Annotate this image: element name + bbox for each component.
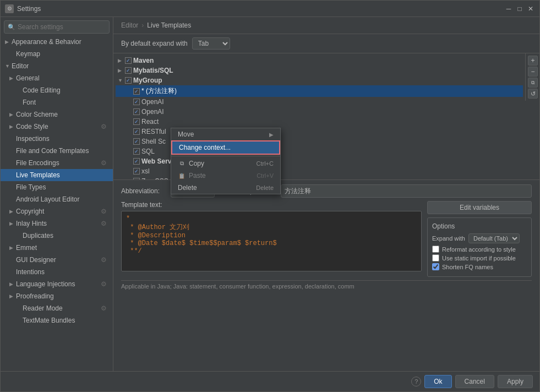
openai2-checkbox[interactable]: ✓ <box>133 108 140 115</box>
sidebar-item-duplicates[interactable]: Duplicates <box>1 230 113 242</box>
sidebar-item-label: TextMate Bundles <box>23 317 75 324</box>
sidebar-item-appearance[interactable]: ▶ Appearance & Behavior <box>1 36 113 48</box>
sidebar-item-general[interactable]: ▶ General <box>1 72 113 84</box>
mybatis-checkbox[interactable]: ✓ <box>125 67 132 74</box>
sidebar-item-inlay-hints[interactable]: ▶ Inlay Hints ⚙ <box>1 217 113 230</box>
ctx-item-change-context[interactable]: Change context... <box>171 140 280 155</box>
sidebar-item-editor[interactable]: ▼ Editor <box>1 60 113 72</box>
expand-arrow: ▶ <box>9 124 16 129</box>
remove-button[interactable]: − <box>528 67 538 77</box>
ctx-item-delete[interactable]: Delete Delete <box>171 182 280 194</box>
react-checkbox[interactable]: ✓ <box>133 118 140 125</box>
ok-button[interactable]: Ok <box>424 375 451 388</box>
apply-button[interactable]: Apply <box>498 375 533 388</box>
ctx-item-move[interactable]: Move ▶ <box>171 128 280 140</box>
sidebar-item-copyright[interactable]: ▶ Copyright ⚙ <box>1 205 113 217</box>
applicable-row: Applicable in Java; Java: statement, con… <box>121 280 532 290</box>
sidebar-item-code-style[interactable]: ▶ Code Style ⚙ <box>1 121 113 133</box>
openai1-label: OpenAI <box>141 98 164 106</box>
sidebar-item-label: Code Editing <box>23 86 61 94</box>
template-right-col: Edit variables Options Expand with Defau… <box>427 201 532 277</box>
sidebar-item-android-layout[interactable]: Android Layout Editor <box>1 193 113 205</box>
description-input[interactable] <box>281 184 532 198</box>
shorten-fq-check-row: Shorten FQ names <box>432 263 527 270</box>
tree-group-mybatis[interactable]: ▶ ✓ Mybatis/SQL <box>116 66 523 75</box>
search-input[interactable] <box>18 23 106 31</box>
sidebar-item-label: Appearance & Behavior <box>12 38 81 46</box>
template-text-row: Template text: * * @Author 文刀刈 * @Descri… <box>121 201 532 277</box>
static-import-checkbox[interactable] <box>432 254 439 262</box>
tree-item-method-annotation[interactable]: ✓ * (方法注释) <box>116 85 523 97</box>
sidebar-item-font[interactable]: Font <box>1 96 113 108</box>
ctx-paste-shortcut: Ctrl+V <box>257 172 274 179</box>
restful-label: RESTful <box>141 128 166 135</box>
method-annotation-checkbox[interactable]: ✓ <box>133 88 140 95</box>
sidebar-item-gui-designer[interactable]: GUI Designer ⚙ <box>1 254 113 266</box>
sidebar-item-reader-mode[interactable]: Reader Mode ⚙ <box>1 302 113 314</box>
sidebar-item-emmet[interactable]: ▶ Emmet <box>1 242 113 254</box>
restful-checkbox[interactable]: ✓ <box>133 128 140 135</box>
tree-item-openai2[interactable]: ✓ OpenAI <box>116 107 523 117</box>
ctx-item-paste[interactable]: 📋 Paste Ctrl+V <box>171 170 280 182</box>
xsl-checkbox[interactable]: ✓ <box>133 168 140 175</box>
sidebar-item-label: Inlay Hints <box>16 220 47 227</box>
tree-group-mygroup[interactable]: ▼ ✓ MyGroup <box>116 75 523 85</box>
add-button[interactable]: + <box>528 56 538 66</box>
ctx-separator1 <box>171 156 280 156</box>
expand-with-select[interactable]: Default (Tab) Tab Space Enter <box>468 233 520 243</box>
search-box[interactable]: 🔍 <box>4 20 110 34</box>
reformat-checkbox[interactable] <box>432 246 439 253</box>
reset-button[interactable]: ↺ <box>528 89 538 99</box>
sidebar-item-file-types[interactable]: File Types <box>1 181 113 193</box>
webservices-checkbox[interactable]: ✓ <box>133 158 140 165</box>
sidebar-item-label: Color Scheme <box>16 111 58 118</box>
expand-with-label: Expand with <box>432 235 465 242</box>
sidebar-item-proofreading[interactable]: ▶ Proofreading <box>1 290 113 302</box>
minimize-button[interactable]: ─ <box>504 4 513 13</box>
settings-icon: ⚙ <box>101 280 108 288</box>
tree-item-openai1[interactable]: ✓ OpenAI <box>116 97 523 107</box>
paste-icon: 📋 <box>178 172 186 179</box>
expand-arrow: ▶ <box>9 281 16 287</box>
copy-icon: ⧉ <box>178 160 186 167</box>
copy-button[interactable]: ⧉ <box>528 78 538 88</box>
title-bar: ⚙ Settings ─ □ ✕ <box>1 1 539 17</box>
react-label: React <box>141 118 159 126</box>
sidebar-item-label: Android Layout Editor <box>16 195 79 203</box>
shorten-fq-label: Shorten FQ names <box>442 264 493 270</box>
zencss-checkbox[interactable]: ✓ <box>133 178 140 179</box>
sidebar-item-color-scheme[interactable]: ▶ Color Scheme <box>1 108 113 121</box>
ctx-delete-shortcut: Delete <box>256 184 274 191</box>
tree-group-maven[interactable]: ▶ ✓ Maven <box>116 56 523 66</box>
sidebar-item-textmate-bundles[interactable]: TextMate Bundles <box>1 314 113 326</box>
openai1-checkbox[interactable]: ✓ <box>133 99 140 105</box>
tree-item-react[interactable]: ✓ React <box>116 117 523 127</box>
app-icon: ⚙ <box>5 4 14 13</box>
xsl-label: xsl <box>141 167 150 175</box>
help-button[interactable]: ? <box>411 377 421 386</box>
sidebar-item-file-encodings[interactable]: File Encodings ⚙ <box>1 157 113 169</box>
sidebar-item-keymap[interactable]: Keymap <box>1 48 113 60</box>
maven-checkbox[interactable]: ✓ <box>125 57 132 64</box>
ctx-item-copy[interactable]: ⧉ Copy Ctrl+C <box>171 157 280 170</box>
sidebar-item-live-templates[interactable]: Live Templates <box>1 169 113 181</box>
sidebar-item-language-injections[interactable]: ▶ Language Injections ⚙ <box>1 278 113 290</box>
shorten-fq-checkbox[interactable] <box>432 263 439 270</box>
template-text-area[interactable]: * * @Author 文刀刈 * @Description * @Date $… <box>121 211 422 271</box>
expand-arrow: ▶ <box>9 112 16 117</box>
close-button[interactable]: ✕ <box>526 4 535 13</box>
edit-variables-button[interactable]: Edit variables <box>427 201 532 214</box>
expand-arrow: ▶ <box>9 245 16 251</box>
sidebar-item-code-editing[interactable]: Code Editing <box>1 84 113 96</box>
sidebar-item-inspections[interactable]: Inspections <box>1 133 113 145</box>
sidebar-item-intentions[interactable]: Intentions <box>1 266 113 278</box>
detail-panel: Abbreviation: Description: Template text… <box>113 180 539 371</box>
expand-select[interactable]: Tab Space Enter <box>192 37 230 50</box>
maximize-button[interactable]: □ <box>515 4 524 13</box>
shellsc-checkbox[interactable]: ✓ <box>133 138 140 145</box>
sql-checkbox[interactable]: ✓ <box>133 148 140 155</box>
window-controls: ─ □ ✕ <box>504 4 535 13</box>
mygroup-checkbox[interactable]: ✓ <box>125 77 132 84</box>
cancel-button[interactable]: Cancel <box>455 375 494 388</box>
sidebar-item-file-code-templates[interactable]: File and Code Templates <box>1 145 113 157</box>
